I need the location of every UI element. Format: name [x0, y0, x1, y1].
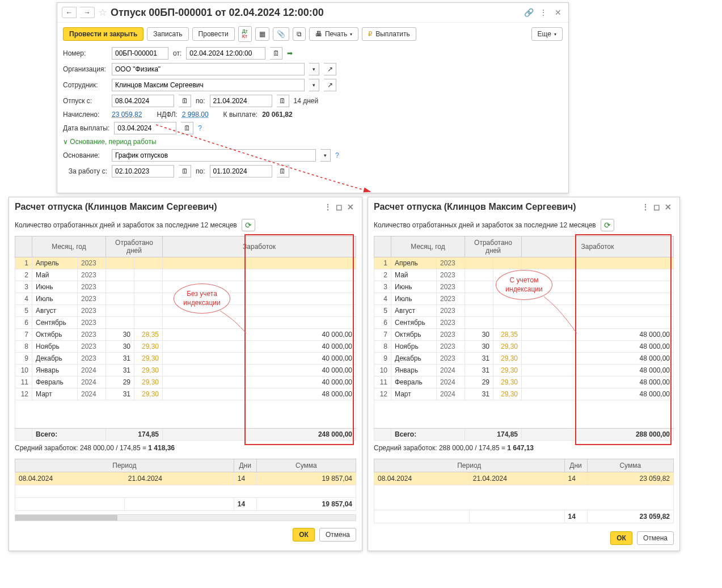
close-icon[interactable]: ✕ — [552, 8, 564, 17]
pay-button[interactable]: ₽ Выплатить — [362, 27, 416, 41]
period-table-left: Период Дни Сумма 08.04.2024 21.04.2024 1… — [15, 459, 356, 511]
employee-dropdown-button[interactable]: ▾ — [309, 79, 319, 91]
employee-input[interactable] — [112, 79, 305, 91]
ndfl-label: НДФЛ: — [157, 111, 177, 119]
table-row[interactable]: 8Ноябрь20233029,3040 000,00 — [15, 341, 356, 353]
period-table-right: Период Дни Сумма 08.04.2024 21.04.2024 1… — [374, 459, 674, 523]
refresh-button[interactable]: ⟳ — [601, 219, 614, 231]
ok-button[interactable]: ОК — [610, 531, 632, 545]
form-icon-button[interactable]: ▦ — [255, 27, 269, 41]
work-to-calendar-button[interactable]: 🗓 — [277, 165, 289, 177]
calc-maximize-icon[interactable]: ◻ — [333, 202, 345, 211]
calculation-window-without-indexation: Расчет отпуска (Клинцов Максим Сергеевич… — [9, 197, 362, 551]
org-open-button[interactable]: ↗ — [324, 63, 336, 75]
calculation-window-with-indexation: Расчет отпуска (Клинцов Максим Сергеевич… — [368, 197, 680, 551]
number-input[interactable] — [112, 47, 168, 60]
table-row[interactable]: 11Февраль20242929,3040 000,00 — [15, 377, 356, 388]
post-button[interactable]: Провести — [192, 27, 235, 41]
average-text-left: Средний заработок: 248 000,00 / 174,85 =… — [9, 441, 362, 455]
calc-kebab-icon[interactable]: ⋮ — [640, 202, 651, 211]
ok-button[interactable]: ОК — [293, 528, 315, 542]
months-table-right: Месяц, год Отработано дней Заработок 1Ап… — [374, 236, 674, 441]
table-row[interactable]: 7Октябрь20233028,3540 000,00 — [15, 329, 356, 341]
link-icon[interactable]: 🔗 — [523, 8, 534, 17]
basis-input[interactable] — [112, 149, 316, 162]
expand-basis-link[interactable]: ∨ Основание, период работы — [63, 138, 157, 146]
date-calendar-button[interactable]: 🗓 — [270, 47, 282, 60]
related-button[interactable]: ⧉ — [293, 27, 306, 41]
print-button[interactable]: 🖶 Печать ▾ — [309, 27, 358, 41]
calc-kebab-icon[interactable]: ⋮ — [322, 202, 333, 211]
basis-label: Основание: — [63, 151, 107, 159]
vacation-from-calendar-button[interactable]: 🗓 — [179, 95, 191, 107]
calc-close-icon[interactable]: ✕ — [345, 202, 356, 211]
days-text: 14 дней — [294, 97, 319, 105]
paydate-calendar-button[interactable]: 🗓 — [181, 122, 193, 134]
table-row[interactable]: 9Декабрь20233129,3048 000,00 — [374, 353, 674, 365]
calc-subtitle: Количество отработанных дней и заработок… — [15, 221, 237, 229]
vacation-document-window: ← → ☆ Отпуск 00БП-000001 от 02.04.2024 1… — [57, 2, 569, 193]
table-row[interactable]: 12Март20243129,3048 000,00 — [374, 388, 674, 400]
paydate-input[interactable] — [114, 122, 176, 134]
table-row[interactable]: 10Январь20243129,3048 000,00 — [374, 365, 674, 377]
table-row[interactable]: 6Сентябрь2023 — [15, 317, 356, 329]
cancel-button[interactable]: Отмена — [637, 531, 674, 545]
org-label: Организация: — [63, 65, 107, 73]
total-label: Всего: — [32, 429, 106, 441]
more-button[interactable]: Еще ▾ — [531, 27, 563, 41]
vacation-to-calendar-button[interactable]: 🗓 — [277, 95, 289, 107]
callout-left: Без учетаиндексации — [174, 284, 230, 314]
nav-back-button[interactable]: ← — [62, 7, 77, 18]
write-button[interactable]: Записать — [147, 27, 188, 41]
attachment-button[interactable]: 📎 — [273, 27, 289, 41]
employee-open-button[interactable]: ↗ — [324, 79, 336, 91]
table-row[interactable]: 1Апрель2023 — [374, 257, 674, 269]
toolbar: Провести и закрыть Записать Провести ДтК… — [57, 23, 568, 45]
table-row[interactable]: 7Октябрь20233028,3548 000,00 — [374, 329, 674, 341]
work-from-calendar-button[interactable]: 🗓 — [179, 165, 191, 177]
table-row[interactable]: 10Январь20243129,3040 000,00 — [15, 365, 356, 377]
table-row[interactable]: 9Декабрь20233129,3040 000,00 — [15, 353, 356, 365]
work-to-input[interactable] — [210, 165, 272, 177]
dtkt-button[interactable]: ДтКт — [238, 26, 252, 42]
employee-label: Сотрудник: — [63, 81, 107, 89]
accrued-link[interactable]: 23 059,82 — [112, 111, 142, 119]
vacation-to-input[interactable] — [210, 95, 272, 107]
cancel-button[interactable]: Отмена — [319, 528, 356, 542]
table-row[interactable]: 5Август2023 — [374, 305, 674, 317]
table-row[interactable]: 11Февраль20242929,3048 000,00 — [374, 377, 674, 388]
calc-maximize-icon[interactable]: ◻ — [651, 202, 662, 211]
post-and-close-button[interactable]: Провести и закрыть — [63, 27, 143, 41]
paydate-help-icon[interactable]: ? — [198, 124, 202, 132]
date-input[interactable] — [186, 47, 265, 60]
favorite-star-icon[interactable]: ☆ — [98, 6, 107, 19]
basis-dropdown-button[interactable]: ▾ — [320, 149, 331, 162]
calc-title-right: Расчет отпуска (Клинцов Максим Сергеевич… — [374, 202, 576, 212]
basis-help-icon[interactable]: ? — [335, 151, 339, 159]
org-dropdown-button[interactable]: ▾ — [309, 63, 319, 75]
horizontal-scrollbar[interactable] — [15, 514, 356, 521]
goto-arrow-icon[interactable]: ➡ — [287, 49, 293, 57]
topay-label: К выплате: — [223, 111, 258, 119]
table-row[interactable]: 1Апрель2023 — [15, 257, 356, 269]
nav-forward-button[interactable]: → — [80, 7, 95, 18]
ndfl-link[interactable]: 2 998,00 — [182, 111, 209, 119]
refresh-button[interactable]: ⟳ — [242, 219, 255, 231]
table-row[interactable]: 2Май2023 — [15, 269, 356, 281]
work-from-input[interactable] — [112, 165, 174, 177]
calc-subtitle-right: Количество отработанных дней и заработок… — [374, 221, 596, 229]
org-input[interactable] — [112, 63, 305, 75]
col-days: Отработано дней — [106, 236, 163, 257]
titlebar: ← → ☆ Отпуск 00БП-000001 от 02.04.2024 1… — [57, 3, 568, 23]
calc-close-icon[interactable]: ✕ — [662, 202, 674, 211]
months-table: Месяц, год Отработано дней Заработок 1Ап… — [15, 236, 356, 441]
table-row[interactable]: 12Март20243129,3048 000,00 — [15, 388, 356, 400]
table-row[interactable]: 8Ноябрь20233029,3048 000,00 — [374, 341, 674, 353]
vacation-from-input[interactable] — [112, 95, 174, 107]
work-to-label: по: — [196, 167, 205, 175]
table-row[interactable]: 6Сентябрь2023 — [374, 317, 674, 329]
number-label: Номер: — [63, 49, 107, 57]
average-text-right: Средний заработок: 288 000,00 / 174,85 =… — [368, 441, 679, 455]
kebab-menu-icon[interactable]: ⋮ — [538, 8, 549, 17]
callout-right: С учетоминдексации — [496, 270, 552, 300]
